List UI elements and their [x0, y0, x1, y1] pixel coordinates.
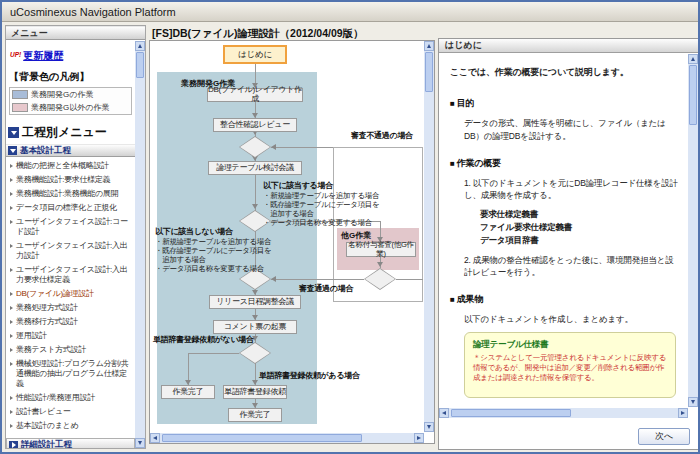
- flow-node-layout[interactable]: DB(ファイル)レイアウト作成: [207, 88, 303, 102]
- application-window: uCosminexus Navigation Platform メニュー UP!…: [0, 0, 700, 454]
- doc-item: 要求仕様定義書: [480, 208, 680, 221]
- sidebar-item[interactable]: ユーザインタフェイス設計:入出力要求仕様定義: [7, 263, 135, 287]
- section-overview-title: 作業の概要: [450, 157, 680, 170]
- flow-node-start[interactable]: はじめに: [223, 45, 287, 64]
- flowchart-panel: 業務開発G作業 他G作業: [149, 40, 435, 444]
- sidebar-item-db-logical-design[interactable]: DB(ファイル)論理設計: [7, 287, 135, 301]
- process-menu-header[interactable]: 工程別メニュー: [6, 119, 135, 144]
- flowchart-vertical-scrollbar[interactable]: [424, 41, 434, 432]
- label-no-dict-request: 単語辞書登録依頼がない場合: [153, 334, 254, 345]
- sidebar-item[interactable]: 機能の把握と全体概略設計: [7, 159, 135, 173]
- label-audit-pass: 審査通過の場合: [299, 283, 353, 294]
- scroll-thumb[interactable]: [162, 434, 362, 442]
- flow-line: [271, 279, 364, 280]
- overview-step2: 2. 成果物の整合性確認をとった後に、環境開発担当と設計レビューを行う。: [464, 254, 680, 280]
- sidebar-item[interactable]: 機械処理設計:プログラム分割/共通機能の抽出/プログラム仕様定義: [7, 357, 135, 391]
- detail-header: はじめに: [439, 39, 698, 53]
- flowchart-canvas: 業務開発G作業 他G作業: [151, 42, 423, 432]
- scroll-up-button[interactable]: [424, 41, 434, 51]
- section-deliverable-body: 以下のドキュメントを作成し、まとめます。: [464, 313, 680, 326]
- sidebar-item[interactable]: データ項目の標準化と正規化: [7, 201, 135, 215]
- scroll-thumb[interactable]: [425, 52, 433, 92]
- scroll-up-button[interactable]: [135, 41, 145, 51]
- detail-horizontal-scrollbar[interactable]: [439, 408, 688, 418]
- flow-node-done-bottom[interactable]: 作業完了: [228, 408, 282, 422]
- arrow-icon: [271, 276, 276, 282]
- scroll-down-button[interactable]: [688, 397, 698, 407]
- section-purpose-body: データの形式、属性等を明確にし、ファイル（またはDB）の論理DBを設計する。: [464, 117, 680, 143]
- legend-swatch-blue: [12, 90, 28, 99]
- scroll-left-button[interactable]: [150, 433, 160, 443]
- flowchart-horizontal-scrollbar[interactable]: [150, 433, 424, 443]
- sidebar-item[interactable]: 基本設計のまとめ: [7, 419, 135, 433]
- legend-label: 業務開発G以外の作業: [31, 102, 109, 113]
- label-has-dict-request: 単語辞書登録依頼がある場合: [259, 370, 360, 381]
- basic-design-item-list: 機能の把握と全体概略設計 業務機能設計:要求仕様定義 業務機能設計:業務機能の展…: [6, 157, 135, 435]
- sidebar-item[interactable]: 業務テスト方式設計: [7, 343, 135, 357]
- detail-body: ここでは、作業の概要について説明します。 目的 データの形式、属性等を明確にし、…: [440, 54, 688, 407]
- flow-line: [396, 279, 423, 280]
- note-title: 論理テーブル仕様書: [473, 339, 667, 351]
- chevron-right-icon: [9, 441, 18, 449]
- sidebar-item[interactable]: ユーザインタフェイス設計:入出力設計: [7, 239, 135, 263]
- scroll-right-button[interactable]: [414, 433, 424, 443]
- chevron-down-icon: [8, 127, 19, 138]
- doc-item: ファイル要求仕様定義書: [480, 221, 680, 234]
- section-detailed-design[interactable]: 詳細設計工程: [6, 438, 135, 448]
- flow-node-review[interactable]: 整合性確認レビュー: [213, 118, 297, 132]
- flow-node-comment[interactable]: コメント票の起票: [213, 320, 297, 334]
- scroll-down-button[interactable]: [135, 438, 145, 448]
- note-body: ＊システムとして一元管理されるドキュメントに反映する情報であるが、開発中は追加／…: [473, 353, 667, 383]
- flow-line: [271, 147, 333, 148]
- overview-doc-list: 要求仕様定義書 ファイル要求仕様定義書 データ項目辞書: [480, 208, 680, 248]
- section-purpose-title: 目的: [450, 97, 680, 110]
- sidebar-scrollbar[interactable]: [135, 41, 145, 448]
- detail-footer: 次へ: [638, 425, 690, 445]
- legend-swatch-pink: [12, 103, 28, 112]
- update-history-link[interactable]: 更新履歴: [23, 50, 63, 61]
- sidebar-item[interactable]: 業務機能設計:要求仕様定義: [7, 173, 135, 187]
- overview-step1: 1. 以下のドキュメントを元にDB論理レコード仕様を設計し、成果物を作成する。: [464, 177, 680, 203]
- scroll-thumb[interactable]: [689, 65, 697, 125]
- detail-intro: ここでは、作業の概要について説明します。: [450, 66, 680, 79]
- flow-line: [188, 353, 239, 354]
- scroll-thumb[interactable]: [451, 409, 571, 417]
- sidebar: メニュー UP!更新履歴 【背景色の凡例】 業務開発Gの作業 業務開発G以外の作…: [5, 25, 146, 449]
- flow-node-release[interactable]: リリース日程調整会議: [209, 295, 301, 309]
- legend-box: 業務開発Gの作業 業務開発G以外の作業: [9, 87, 132, 115]
- update-history-row: UP!更新履歴: [6, 41, 135, 66]
- sidebar-item[interactable]: ユーザインタフェイス設計:コード設計: [7, 215, 135, 239]
- flow-node-dict-request[interactable]: 単語辞書登録依頼: [223, 385, 287, 399]
- label-match-title: 以下に該当する場合: [263, 180, 333, 191]
- scroll-left-button[interactable]: [439, 408, 449, 418]
- section-deliverable-title: 成果物: [450, 293, 680, 306]
- sidebar-item[interactable]: 業務移行方式設計: [7, 315, 135, 329]
- scroll-thumb[interactable]: [136, 52, 144, 78]
- arrow-icon: [377, 262, 383, 267]
- flow-node-done-left[interactable]: 作業完了: [161, 385, 215, 399]
- sidebar-item[interactable]: 業務機能設計:業務機能の展開: [7, 187, 135, 201]
- flow-node-meeting[interactable]: 論理テーブル検討会議: [208, 161, 302, 175]
- flow-title: [FS]DB(ファイル)論理設計（2012/04/09版）: [152, 27, 364, 41]
- detail-vertical-scrollbar[interactable]: [688, 54, 698, 407]
- sidebar-item[interactable]: 業務処理方式設計: [7, 301, 135, 315]
- scroll-right-button[interactable]: [678, 408, 688, 418]
- legend-item: 業務開発G以外の作業: [10, 101, 131, 114]
- arrow-icon: [252, 204, 258, 209]
- section-basic-design[interactable]: 基本設計工程: [6, 144, 135, 157]
- app-title: uCosminexus Navigation Platform: [2, 2, 698, 22]
- legend-item: 業務開発Gの作業: [10, 88, 131, 101]
- label-audit-fail: 審査不通過の場合: [351, 130, 413, 141]
- scroll-up-button[interactable]: [688, 54, 698, 64]
- scroll-down-button[interactable]: [424, 422, 434, 432]
- flow-node-naming[interactable]: 名称付与審査(他G作業): [346, 242, 416, 257]
- sidebar-item[interactable]: 性能設計/業務運用設計: [7, 391, 135, 405]
- sidebar-item[interactable]: 設計書レビュー: [7, 405, 135, 419]
- next-button[interactable]: 次へ: [638, 428, 690, 445]
- sidebar-item[interactable]: 運用設計: [7, 329, 135, 343]
- sidebar-content: UP!更新履歴 【背景色の凡例】 業務開発Gの作業 業務開発G以外の作業 工程別…: [6, 41, 135, 448]
- detail-panel: はじめに ここでは、作業の概要について説明します。 目的 データの形式、属性等を…: [438, 38, 699, 450]
- legend-label: 業務開発Gの作業: [31, 89, 93, 100]
- new-badge-icon: UP!: [10, 51, 21, 58]
- label-nomatch-title: 以下に該当しない場合: [155, 226, 233, 237]
